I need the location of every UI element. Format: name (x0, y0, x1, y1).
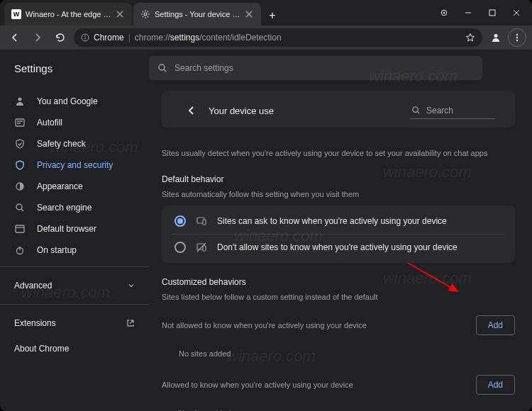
minimize-button[interactable] (458, 3, 478, 23)
search-icon (411, 106, 421, 115)
svg-point-17 (413, 107, 418, 112)
url-chip: Chrome (94, 33, 124, 43)
no-sites-text: No sites added (162, 402, 515, 411)
svg-rect-3 (489, 10, 495, 16)
settings-header: Settings Search settings (0, 50, 532, 86)
default-behavior-desc: Sites automatically follow this setting … (162, 190, 515, 198)
default-behavior-heading: Default behavior (162, 174, 515, 184)
autofill-icon (14, 117, 26, 128)
search-settings-input[interactable]: Search settings (149, 56, 482, 80)
customized-behaviors-heading: Customized behaviors (162, 277, 515, 287)
sidebar-item-label: Safety check (37, 139, 86, 149)
device-icon (196, 215, 207, 227)
svg-point-0 (144, 13, 147, 16)
sidebar-extensions[interactable]: Extensions (0, 310, 149, 336)
allowed-label: Allowed to know when you're actively usi… (162, 381, 476, 389)
sidebar-item-label: Default browser (37, 224, 96, 234)
svg-rect-15 (16, 225, 24, 232)
tab-settings[interactable]: Settings - Your device use (133, 3, 261, 26)
svg-point-14 (16, 204, 22, 210)
sidebar-item-label: Privacy and security (37, 160, 113, 170)
sidebar-item-label: Appearance (37, 181, 83, 191)
svg-point-6 (494, 34, 498, 38)
svg-rect-19 (203, 220, 206, 225)
site-info-icon[interactable] (81, 33, 89, 42)
page-title: Settings (14, 62, 149, 74)
svg-point-10 (159, 64, 165, 70)
search-placeholder: Search settings (174, 63, 233, 73)
search-icon (157, 63, 167, 73)
no-sites-text: No sites added (162, 342, 515, 368)
close-window-button[interactable] (506, 3, 526, 23)
section-description: Sites usually detect when you're activel… (162, 137, 515, 170)
new-tab-button[interactable]: + (262, 6, 282, 26)
sidebar-item-on-startup[interactable]: On startup (0, 240, 149, 261)
maximize-button[interactable] (482, 3, 502, 23)
back-button[interactable] (6, 28, 24, 47)
browser-icon (14, 223, 26, 235)
svg-point-2 (443, 12, 445, 14)
svg-rect-12 (16, 119, 24, 126)
section-title: Your device use (209, 106, 274, 116)
appearance-icon (14, 181, 26, 192)
radio-sites-can-ask[interactable]: Sites can ask to know when you're active… (172, 208, 505, 234)
sidebar-item-privacy-security[interactable]: Privacy and security (0, 154, 149, 176)
svg-point-11 (18, 98, 22, 101)
toolbar: Chrome | chrome://settings/content/idleD… (0, 26, 532, 50)
section-search-input[interactable]: Search (410, 103, 495, 119)
sidebar-item-label: On startup (37, 245, 77, 255)
back-button[interactable] (182, 101, 201, 120)
close-icon[interactable] (115, 9, 125, 19)
add-not-allowed-button[interactable]: Add (476, 315, 515, 335)
address-bar[interactable]: Chrome | chrome://settings/content/idleD… (74, 28, 482, 47)
divider (0, 266, 149, 267)
shield-icon (14, 159, 26, 171)
reload-button[interactable] (51, 28, 70, 47)
not-allowed-label: Not allowed to know when you're actively… (162, 321, 476, 330)
sidebar-item-label: Search engine (37, 203, 92, 213)
tab-winaero[interactable]: W Winaero - At the edge of tweak… (4, 3, 132, 26)
gear-icon (140, 9, 150, 19)
settings-sidebar: You and Google Autofill Safety check Pri… (0, 86, 149, 411)
radio-icon (174, 215, 186, 227)
profile-icon[interactable] (487, 28, 505, 47)
forward-button[interactable] (28, 28, 47, 47)
sidebar-item-autofill[interactable]: Autofill (0, 112, 149, 133)
radio-label: Don't allow sites to know when you're ac… (217, 242, 458, 252)
sidebar-advanced[interactable]: Advanced (0, 273, 149, 298)
add-allowed-button[interactable]: Add (476, 375, 515, 395)
power-icon (14, 244, 26, 256)
svg-point-7 (516, 34, 518, 35)
radio-icon (174, 242, 186, 253)
svg-point-8 (516, 37, 518, 38)
cast-icon[interactable] (434, 3, 454, 23)
external-link-icon (126, 319, 135, 327)
person-icon (14, 96, 26, 107)
close-icon[interactable] (244, 9, 254, 19)
radio-label: Sites can ask to know when you're active… (217, 216, 447, 226)
menu-icon[interactable] (508, 28, 526, 47)
favicon-winaero: W (11, 9, 21, 19)
settings-content: Your device use Search Sites usually det… (149, 86, 532, 411)
svg-point-5 (84, 35, 86, 37)
sidebar-item-you-and-google[interactable]: You and Google (0, 91, 149, 112)
sidebar-item-default-browser[interactable]: Default browser (0, 218, 149, 240)
chevron-down-icon (128, 282, 135, 289)
bookmark-star-icon[interactable] (465, 33, 475, 43)
search-icon (14, 202, 26, 213)
svg-point-9 (516, 40, 518, 41)
customized-behaviors-desc: Sites listed below follow a custom setti… (162, 293, 515, 301)
window-titlebar: W Winaero - At the edge of tweak… Settin… (0, 0, 532, 26)
sidebar-item-appearance[interactable]: Appearance (0, 176, 149, 197)
device-blocked-icon (196, 242, 207, 253)
sidebar-item-label: You and Google (37, 96, 98, 106)
shield-check-icon (14, 138, 26, 150)
radio-dont-allow[interactable]: Don't allow sites to know when you're ac… (172, 235, 505, 260)
sidebar-item-label: Autofill (37, 118, 62, 128)
tab-label: Settings - Your device use (155, 10, 241, 18)
sidebar-item-search-engine[interactable]: Search engine (0, 197, 149, 218)
tab-label: Winaero - At the edge of tweak… (26, 10, 112, 18)
sidebar-item-safety-check[interactable]: Safety check (0, 133, 149, 154)
sidebar-about-chrome[interactable]: About Chrome (0, 336, 149, 361)
svg-rect-21 (203, 246, 206, 251)
